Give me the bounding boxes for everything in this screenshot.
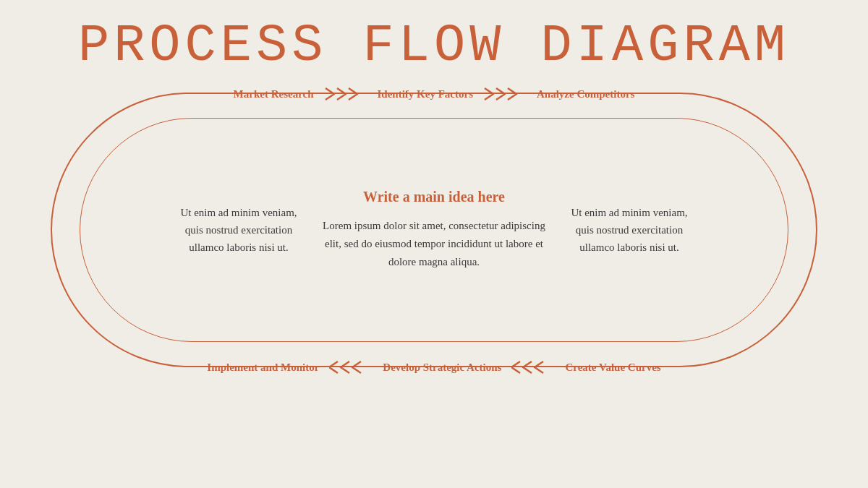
bottom-step-2: Develop Strategic Actions [375, 361, 509, 374]
center-body: Lorem ipsum dolor sit amet, consectetur … [318, 217, 550, 270]
bottom-steps-row: Implement and Monitor Develop Strategic … [36, 359, 832, 376]
top-arrow-1 [324, 85, 367, 103]
center-block: Write a main idea here Lorem ipsum dolor… [318, 189, 550, 270]
bottom-step-3: Create Value Curves [558, 361, 668, 374]
oval-content: Ut enim ad minim veniam, quis nostrud ex… [52, 94, 816, 366]
bottom-arrow-1 [329, 359, 373, 376]
oval-container: Ut enim ad minim veniam, quis nostrud ex… [51, 93, 817, 367]
left-text: Ut enim ad minim veniam, quis nostrud ex… [159, 204, 318, 256]
right-text: Ut enim ad minim veniam, quis nostrud ex… [550, 204, 709, 256]
bottom-step-1: Implement and Monitor [200, 361, 326, 374]
top-step-2: Identify Key Factors [370, 88, 480, 100]
page-title: PROCESS FLOW DIAGRAM [78, 20, 790, 72]
bottom-arrow-2 [511, 359, 555, 376]
top-steps-row: Market Research Identify Key Factors Ana… [36, 85, 832, 103]
top-step-1: Market Research [226, 88, 321, 100]
top-step-3: Analyze Competitors [529, 88, 642, 100]
center-title: Write a main idea here [363, 189, 505, 205]
main-content: Market Research Identify Key Factors Ana… [36, 80, 832, 488]
top-arrow-2 [483, 85, 527, 103]
